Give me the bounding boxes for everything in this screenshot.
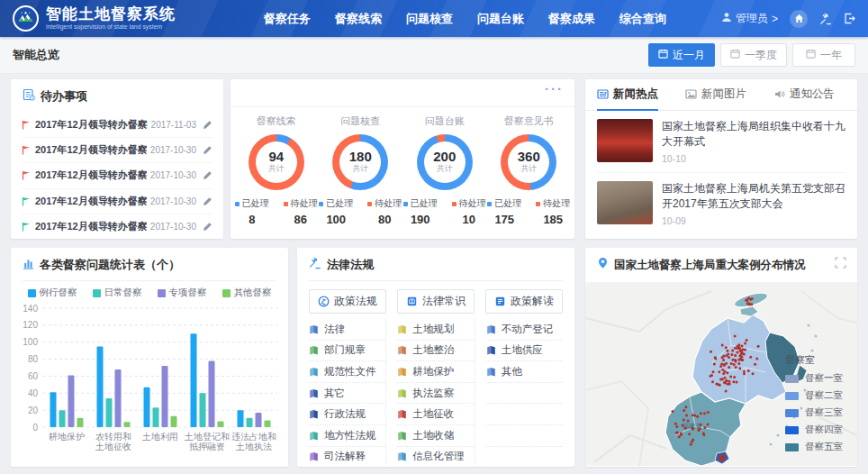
bar-其他督察-3[interactable] (218, 421, 224, 427)
map-legend-item: 督察三室 (785, 406, 843, 419)
bar-chart: 020406080100120140耕地保护农转用和土地征收土地利用土地登记和抵… (16, 301, 283, 461)
law-link[interactable]: 部门规章 (309, 341, 385, 362)
todo-row[interactable]: 2017年12月领导转办督察线索2017-10-30 (22, 137, 212, 162)
donut-legend: 已处理8待处理86 (235, 197, 318, 226)
law-link[interactable]: 耕地保护 (397, 361, 474, 383)
bar-例行督察-1[interactable] (97, 346, 104, 427)
tool-icon[interactable] (819, 13, 832, 25)
law-link[interactable]: 不动产登记 (486, 319, 563, 341)
book-icon (309, 345, 319, 355)
edit-icon[interactable] (203, 222, 212, 232)
nav-item-4[interactable]: 督察成果 (548, 11, 595, 27)
law-link[interactable]: 土地规划 (397, 319, 474, 341)
law-button-0[interactable]: 政策法规 (309, 289, 386, 314)
nav-item-5[interactable]: 综合查询 (619, 11, 666, 27)
law-link[interactable]: 执法监察 (397, 383, 474, 405)
bar-例行督察-0[interactable] (50, 392, 57, 427)
bar-日常督察-1[interactable] (106, 398, 113, 427)
donut-legend: 已处理190待处理10 (403, 197, 486, 226)
edit-icon[interactable] (203, 196, 212, 206)
news-item-title: 国家土地督察上海局机关第五党支部召开2017年第五次支部大会 (662, 181, 845, 213)
bar-其他督察-2[interactable] (171, 416, 177, 427)
bar-日常督察-0[interactable] (59, 410, 66, 427)
bar-其他督察-0[interactable] (77, 418, 84, 427)
news-item[interactable]: 国家土地督察上海局机关第五党支部召开2017年第五次支部大会10-09 (597, 173, 845, 234)
nav-item-1[interactable]: 督察线索 (335, 11, 382, 27)
chart-legend-item[interactable]: 例行督察 (28, 287, 77, 299)
time-filter-1[interactable]: 一季度 (720, 43, 787, 67)
time-filter-0[interactable]: 近一月 (648, 43, 715, 67)
time-filter-2[interactable]: 一年 (792, 43, 855, 67)
bar-专项督察-3[interactable] (209, 360, 215, 427)
chart-legend-item[interactable]: 日常督察 (93, 287, 142, 299)
bar-例行督察-3[interactable] (191, 333, 197, 427)
law-link[interactable]: 土地整治 (397, 341, 474, 362)
edit-icon[interactable] (203, 120, 212, 130)
law-link[interactable]: 规范性文件 (309, 361, 385, 383)
bar-专项督察-1[interactable] (115, 369, 122, 427)
legend-swatch-icon (222, 289, 231, 297)
todo-row[interactable]: 2017年12月领导转办督察线索2017-10-30 (22, 162, 212, 187)
nav-item-3[interactable]: 问题台账 (477, 11, 524, 27)
law-link[interactable]: 其它 (309, 383, 385, 405)
law-link[interactable]: 地方性法规 (309, 425, 385, 447)
nav-item-0[interactable]: 督察任务 (264, 11, 311, 27)
news-body: 国家土地督察上海局机关第五党支部召开2017年第五次支部大会10-09 (662, 181, 845, 226)
law-link[interactable]: 信息化管理 (397, 447, 474, 469)
law-link[interactable]: 土地收储 (397, 425, 474, 447)
home-icon[interactable] (790, 10, 808, 28)
bar-chart-icon (23, 257, 34, 273)
news-item[interactable]: 国家土地督察上海局组织集中收看十九大开幕式10-10 (597, 111, 845, 173)
todo-row[interactable]: 2017年12月领导转办督察线索2017-11-03 (22, 112, 212, 137)
case-dot (692, 414, 694, 416)
bar-日常督察-3[interactable] (200, 393, 206, 427)
law-button-2[interactable]: 政策解读 (485, 289, 563, 314)
book-icon (309, 324, 319, 334)
case-dot (684, 427, 687, 430)
law-link[interactable]: 土地供应 (486, 341, 563, 362)
bar-例行督察-2[interactable] (144, 387, 150, 427)
bar-日常督察-4[interactable] (247, 418, 253, 427)
donut-hole: 94共计 (256, 141, 297, 183)
edit-icon[interactable] (203, 170, 212, 180)
legend-text: 待处理 (459, 197, 486, 210)
chart-legend-item[interactable]: 专项督察 (158, 287, 207, 299)
chart-legend-item[interactable]: 其他督察 (222, 287, 272, 299)
newspaper-icon (597, 88, 609, 100)
donut-legend-label: 已处理 (319, 197, 353, 210)
news-tab-2[interactable]: 通知公告 (773, 79, 835, 111)
nav-item-2[interactable]: 问题核查 (406, 11, 453, 27)
law-link[interactable]: 法律 (309, 319, 385, 341)
law-link[interactable]: 土地征收 (397, 404, 474, 425)
bar-日常督察-2[interactable] (153, 407, 159, 427)
bar-专项督察-0[interactable] (68, 375, 75, 427)
todo-item-date: 2017-10-30 (150, 222, 196, 232)
todo-row[interactable]: 2017年12月领导转办督察线索2017-10-30 (22, 214, 212, 239)
case-dot (732, 380, 735, 383)
news-tab-0[interactable]: 新闻热点 (597, 79, 658, 111)
legend-dot-icon (487, 202, 492, 206)
todo-row[interactable]: 2017年12月领导转办督察线索2017-10-30 (22, 188, 212, 214)
law-button-row: 政策法规法律常识政策解读 (297, 281, 574, 315)
news-tab-1[interactable]: 新闻图片 (685, 79, 746, 111)
logout-icon[interactable] (844, 13, 855, 24)
bar-例行督察-4[interactable] (238, 410, 244, 427)
case-dot (714, 358, 717, 360)
law-link[interactable]: 行政法规 (309, 404, 385, 425)
fullscreen-icon[interactable] (835, 257, 846, 269)
bar-专项督察-4[interactable] (256, 413, 262, 427)
bar-专项督察-2[interactable] (162, 366, 168, 427)
bar-其他督察-4[interactable] (265, 420, 271, 427)
more-options-icon[interactable]: ··· (545, 81, 564, 96)
map-area[interactable]: 福建省 督察室 督察一室督察二室督察三室督察四室督察五室 (585, 282, 857, 466)
bar-其他督察-1[interactable] (124, 422, 131, 427)
edit-icon[interactable] (203, 145, 212, 155)
case-dot (741, 344, 744, 347)
law-link-label: 司法解释 (324, 450, 366, 463)
case-dot (734, 335, 737, 338)
law-link[interactable]: 其他 (486, 361, 563, 383)
donut-legend-value: 80 (367, 213, 402, 226)
user-menu[interactable]: 管理员> (721, 11, 778, 26)
law-button-1[interactable]: 法律常识 (397, 289, 475, 314)
law-link[interactable]: 司法解释 (309, 447, 385, 469)
